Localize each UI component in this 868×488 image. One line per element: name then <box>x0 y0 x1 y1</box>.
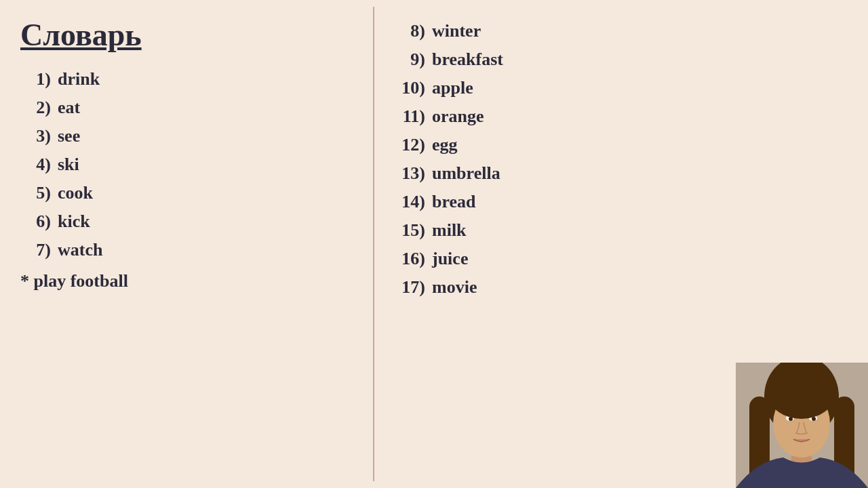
item-word: see <box>58 126 80 146</box>
list-item: 12) egg <box>395 131 841 159</box>
list-item: 6) kick <box>20 207 359 236</box>
list-item: 3) see <box>20 122 359 150</box>
item-number: 1) <box>20 69 51 89</box>
item-number: 17) <box>395 277 425 298</box>
item-number: 11) <box>395 106 425 127</box>
webcam-feed <box>736 363 868 488</box>
item-number: 14) <box>395 192 425 212</box>
item-word: cook <box>58 183 93 203</box>
list-item: 17) movie <box>395 273 841 302</box>
item-word: umbrella <box>432 163 500 184</box>
page-title: Словарь <box>20 17 359 53</box>
list-item: 16) juice <box>395 245 841 273</box>
item-number: 15) <box>395 220 425 241</box>
list-item: 2) eat <box>20 94 359 122</box>
item-number: 7) <box>20 240 51 260</box>
webcam-overlay <box>736 363 868 488</box>
list-item: 11) orange <box>395 102 841 131</box>
item-number: 16) <box>395 249 425 269</box>
right-vocab-list: 8) winter 9) breakfast 10) apple 11) ora… <box>395 17 841 302</box>
list-item: 13) umbrella <box>395 159 841 188</box>
item-number: 5) <box>20 183 51 203</box>
list-item: 9) breakfast <box>395 45 841 74</box>
item-word: juice <box>432 249 468 269</box>
item-word: eat <box>58 98 80 118</box>
list-item: 1) drink <box>20 65 359 94</box>
item-number: 3) <box>20 126 51 146</box>
item-word: orange <box>432 106 484 127</box>
item-number: 12) <box>395 135 425 155</box>
item-number: 4) <box>20 155 51 175</box>
item-number: 13) <box>395 163 425 184</box>
list-item: 4) ski <box>20 150 359 179</box>
item-word: egg <box>432 135 458 155</box>
item-number: 9) <box>395 49 425 70</box>
item-number: 6) <box>20 211 51 232</box>
item-word: bread <box>432 192 476 212</box>
item-word: drink <box>58 69 100 89</box>
item-word: watch <box>58 240 102 260</box>
item-number: 10) <box>395 78 425 98</box>
list-item: 5) cook <box>20 179 359 207</box>
item-word: ski <box>58 155 79 175</box>
list-item: 14) bread <box>395 188 841 216</box>
item-word: breakfast <box>432 49 503 70</box>
list-item: 7) watch <box>20 236 359 264</box>
list-item: 8) winter <box>395 17 841 45</box>
svg-point-10 <box>769 371 834 419</box>
list-item: 15) milk <box>395 216 841 245</box>
item-word: apple <box>432 78 473 98</box>
list-item: 10) apple <box>395 74 841 102</box>
special-item: * play football <box>20 267 359 296</box>
item-number: 8) <box>395 21 425 41</box>
item-word: winter <box>432 21 481 41</box>
item-word: movie <box>432 277 477 298</box>
item-word: milk <box>432 220 467 241</box>
left-vocab-list: 1) drink 2) eat 3) see 4) ski 5) cook 6)… <box>20 65 359 264</box>
item-word: kick <box>58 211 90 232</box>
item-number: 2) <box>20 98 51 118</box>
left-column: Словарь 1) drink 2) eat 3) see 4) ski 5)… <box>7 7 373 481</box>
